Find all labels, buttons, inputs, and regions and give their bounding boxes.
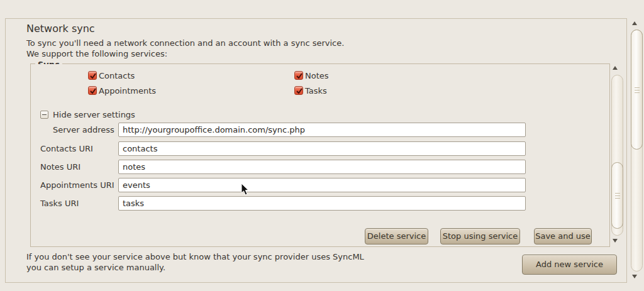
contacts-checkbox-label[interactable]: Contacts xyxy=(99,71,135,80)
outer-scrollbar-thumb[interactable] xyxy=(631,30,643,150)
contacts-checkbox[interactable] xyxy=(88,71,97,80)
checkmark-icon xyxy=(296,72,303,80)
scrollbar-grip xyxy=(635,87,640,88)
checkmark-icon xyxy=(89,87,97,95)
notes-uri-label: Notes URI xyxy=(40,162,80,172)
tasks-checkbox-label[interactable]: Tasks xyxy=(305,86,327,96)
checkmark-icon xyxy=(296,87,303,95)
appointments-checkbox[interactable] xyxy=(88,86,97,95)
intro-text-line1: To sync you'll need a network connection… xyxy=(26,38,344,48)
scrollbar-grip xyxy=(615,193,620,194)
scrollbar-grip xyxy=(615,198,620,199)
intro-text-line2: We support the following services: xyxy=(26,49,167,58)
tasks-uri-input[interactable] xyxy=(118,196,526,211)
add-new-service-button[interactable]: Add new service xyxy=(522,255,617,275)
collapse-expander-icon[interactable] xyxy=(40,111,48,119)
inner-scrollbar-thumb[interactable] xyxy=(611,162,623,229)
checkmark-icon xyxy=(89,72,97,80)
scrollbar-grip xyxy=(615,195,620,196)
scrollbar-grip xyxy=(635,92,640,93)
outer-scroll-up-icon[interactable] xyxy=(632,21,637,25)
page-title: Network sync xyxy=(26,23,95,35)
inner-scroll-up-icon[interactable] xyxy=(613,66,618,70)
tasks-uri-label: Tasks URI xyxy=(40,199,79,208)
expander-label[interactable]: Hide server settings xyxy=(53,110,135,119)
scrollbar-grip xyxy=(635,90,640,91)
contacts-uri-label: Contacts URI xyxy=(40,144,93,153)
footer-text-line2: you can setup a service manually. xyxy=(26,263,165,272)
server-address-label: Server address xyxy=(53,125,114,135)
appointments-uri-label: Appointments URI xyxy=(40,180,114,190)
appointments-checkbox-label[interactable]: Appointments xyxy=(99,86,156,96)
stop-using-service-button[interactable]: Stop using service xyxy=(440,228,520,244)
inner-scroll-down-icon[interactable] xyxy=(613,239,618,243)
footer-text-line1: If you don't see your service above but … xyxy=(26,252,364,261)
tasks-checkbox[interactable] xyxy=(294,86,303,95)
notes-checkbox[interactable] xyxy=(294,71,303,80)
sync-group-label: Sync xyxy=(35,60,62,64)
save-and-use-button[interactable]: Save and use xyxy=(534,228,592,244)
contacts-uri-input[interactable] xyxy=(118,141,526,156)
notes-checkbox-label[interactable]: Notes xyxy=(305,71,329,80)
outer-scroll-down-icon[interactable] xyxy=(632,275,637,278)
mouse-cursor xyxy=(241,183,250,196)
notes-uri-input[interactable] xyxy=(118,160,526,174)
delete-service-button[interactable]: Delete service xyxy=(365,228,428,244)
appointments-uri-input[interactable] xyxy=(118,178,526,192)
server-address-input[interactable] xyxy=(118,123,526,137)
